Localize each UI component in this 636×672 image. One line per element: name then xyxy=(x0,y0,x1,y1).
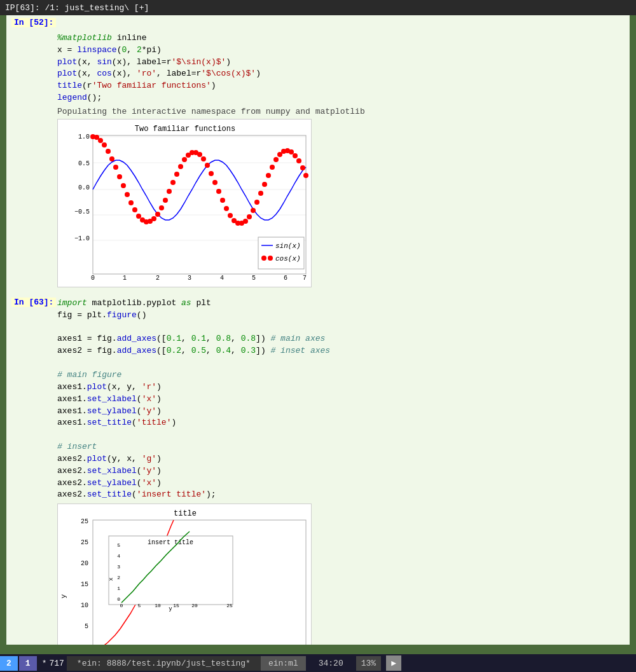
svg-point-42 xyxy=(174,172,179,177)
cell-63-code[interactable]: import matplotlib.pyplot as plt fig = pl… xyxy=(57,298,625,501)
svg-text:3: 3 xyxy=(117,564,120,570)
svg-text:−0.5: −0.5 xyxy=(74,209,90,216)
svg-point-30 xyxy=(128,200,134,205)
svg-point-66 xyxy=(266,173,271,178)
svg-point-61 xyxy=(247,214,252,219)
svg-text:title: title xyxy=(174,509,197,518)
svg-text:cos(x): cos(x) xyxy=(275,255,301,263)
svg-point-23 xyxy=(102,142,107,147)
status-position: 34:20 xyxy=(311,656,351,671)
svg-text:25: 25 xyxy=(81,518,88,525)
cell-52-code[interactable]: %matplotlib inline x = linspace(0, 2*pi)… xyxy=(57,20,625,104)
svg-point-41 xyxy=(170,180,176,185)
svg-point-74 xyxy=(296,158,301,163)
svg-point-52 xyxy=(212,180,218,185)
svg-point-43 xyxy=(178,164,183,169)
svg-text:0: 0 xyxy=(120,603,123,608)
cell-52: In [52]: %matplotlib inline x = linspace… xyxy=(6,15,630,107)
svg-text:5: 5 xyxy=(138,603,141,608)
svg-text:Two familiar functions: Two familiar functions xyxy=(135,125,235,134)
status-left: 2 1 * 717 *ein: 8888/test.ipynb/just_tes… xyxy=(0,656,261,671)
svg-text:0: 0 xyxy=(117,596,120,602)
svg-text:5: 5 xyxy=(252,275,256,282)
svg-point-67 xyxy=(270,165,275,170)
status-num1: 2 xyxy=(0,656,18,671)
chart-2: title y x 0 5 10 15 20 25 25 0 1 2 3 4 5 xyxy=(57,504,630,645)
status-end[interactable]: ▶ xyxy=(386,655,401,671)
svg-text:0.5: 0.5 xyxy=(78,160,90,167)
svg-point-26 xyxy=(113,165,118,170)
svg-text:x: x xyxy=(108,578,114,581)
svg-point-80 xyxy=(261,256,266,261)
svg-text:−1.0: −1.0 xyxy=(74,235,90,242)
svg-point-50 xyxy=(205,163,210,168)
svg-point-31 xyxy=(132,207,137,212)
svg-point-28 xyxy=(121,183,126,188)
svg-text:20: 20 xyxy=(81,560,88,567)
svg-point-72 xyxy=(289,149,294,154)
svg-point-63 xyxy=(254,200,259,205)
svg-point-48 xyxy=(197,152,202,157)
status-right: ein:ml 34:20 13% ▶ xyxy=(261,655,406,671)
svg-point-64 xyxy=(258,191,263,196)
svg-point-81 xyxy=(268,256,273,261)
svg-text:3: 3 xyxy=(188,275,191,282)
svg-point-73 xyxy=(293,153,298,158)
status-linecount: 717 xyxy=(49,659,66,668)
svg-point-76 xyxy=(303,173,308,178)
svg-text:1: 1 xyxy=(117,586,120,591)
svg-text:20: 20 xyxy=(191,603,198,608)
chart-1: Two familiar functions −1.0 −0.5 0.0 0.5… xyxy=(57,119,630,290)
notebook: In [52]: %matplotlib inline x = linspace… xyxy=(6,15,630,645)
svg-point-54 xyxy=(220,198,225,203)
svg-point-68 xyxy=(273,157,279,162)
svg-rect-100 xyxy=(109,536,233,605)
svg-point-29 xyxy=(125,192,130,197)
status-filename: *ein: 8888/test.ipynb/just_testing* xyxy=(67,656,261,671)
svg-point-44 xyxy=(182,157,187,162)
status-num2: 1 xyxy=(19,656,37,671)
status-asterisk: * xyxy=(42,659,50,668)
title-bar: IP[63]: /1: just_testing\ [+] xyxy=(0,0,636,15)
status-percent: 13% xyxy=(356,656,381,671)
svg-text:6: 6 xyxy=(284,275,287,282)
svg-point-75 xyxy=(300,165,305,170)
svg-text:15: 15 xyxy=(173,603,179,608)
svg-text:sin(x): sin(x) xyxy=(275,242,301,250)
svg-point-39 xyxy=(163,198,168,203)
svg-point-62 xyxy=(251,208,256,213)
cell-52-output: Populating the interactive namespace fro… xyxy=(6,107,630,119)
svg-text:10: 10 xyxy=(81,602,88,609)
svg-point-51 xyxy=(209,171,214,176)
svg-text:2: 2 xyxy=(117,575,120,580)
svg-text:1: 1 xyxy=(123,275,127,282)
cell-63-prompt: In [63]: xyxy=(11,298,56,307)
status-mode: ein:ml xyxy=(261,656,306,671)
svg-point-65 xyxy=(262,182,267,187)
svg-text:0: 0 xyxy=(91,275,95,282)
svg-text:4: 4 xyxy=(220,275,224,282)
svg-text:0: 0 xyxy=(85,644,88,645)
svg-text:25: 25 xyxy=(226,603,233,608)
svg-point-25 xyxy=(109,156,114,161)
svg-point-36 xyxy=(151,216,156,221)
svg-point-24 xyxy=(106,149,111,154)
svg-text:5: 5 xyxy=(117,542,120,548)
svg-text:5: 5 xyxy=(85,623,88,630)
svg-text:10: 10 xyxy=(155,603,161,608)
svg-text:1.0: 1.0 xyxy=(78,134,90,141)
svg-point-40 xyxy=(167,189,172,194)
svg-text:7: 7 xyxy=(303,275,307,282)
svg-point-55 xyxy=(224,206,229,211)
svg-point-27 xyxy=(117,174,122,179)
title-text: IP[63]: /1: just_testing\ [+] xyxy=(5,3,149,13)
svg-text:y: y xyxy=(60,594,67,599)
svg-text:25: 25 xyxy=(81,539,88,546)
svg-point-38 xyxy=(159,205,164,210)
svg-point-37 xyxy=(155,212,160,217)
cell-63: In [63]: import matplotlib.pyplot as plt… xyxy=(6,295,630,504)
cell-52-prompt: In [52]: xyxy=(11,18,56,27)
svg-point-60 xyxy=(243,219,248,224)
svg-point-53 xyxy=(216,189,221,194)
svg-point-32 xyxy=(136,214,141,219)
